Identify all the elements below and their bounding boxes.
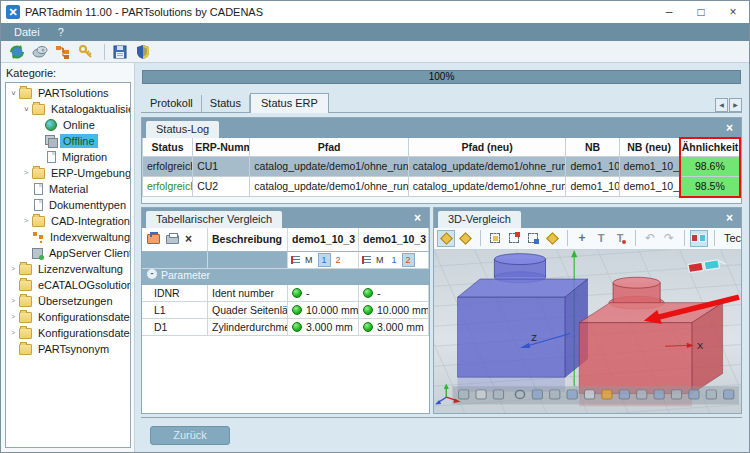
redo-icon[interactable]: ↷ bbox=[660, 230, 678, 247]
tree-item-cad-integration[interactable]: > CAD-Integration bbox=[6, 213, 130, 229]
cell-nb: demo1_10_3 bbox=[566, 156, 619, 176]
export-icon[interactable] bbox=[147, 234, 160, 244]
minimize-button[interactable]: – bbox=[653, 2, 685, 22]
model-a-toggle-icon[interactable] bbox=[437, 230, 455, 247]
tree-item-offline[interactable]: > Offline bbox=[6, 133, 130, 149]
table-compare-tab[interactable]: Tabellarischer Vergleich bbox=[146, 211, 282, 228]
tab-status-erp[interactable]: Status ERP bbox=[250, 93, 329, 113]
tree-item-konfigurationsdateien-v2[interactable]: > Konfigurationsdateien (V2 bbox=[6, 325, 130, 341]
view-controls-a: M 1 2 bbox=[288, 252, 359, 269]
tree-item-dokumenttypen[interactable]: > Dokumenttypen bbox=[6, 197, 130, 213]
status-log-close-icon[interactable]: × bbox=[726, 121, 741, 138]
pin-marked-icon[interactable]: T bbox=[611, 230, 629, 247]
folder-icon bbox=[19, 296, 32, 307]
expand-arrow-icon[interactable]: > bbox=[21, 168, 31, 178]
col-nb[interactable]: NB bbox=[566, 138, 619, 156]
mode-m-button[interactable]: M bbox=[302, 254, 316, 266]
viewport-toolbar[interactable] bbox=[452, 386, 739, 404]
maximize-button[interactable]: □ bbox=[685, 2, 717, 22]
index-management-icon[interactable] bbox=[53, 43, 73, 61]
list-view-icon[interactable] bbox=[291, 256, 300, 264]
license-key-icon[interactable] bbox=[76, 43, 96, 61]
expand-arrow-icon[interactable]: > bbox=[8, 88, 18, 98]
tree-item-appserver-client[interactable]: > AppServer Client bbox=[6, 245, 130, 261]
tree-item-ecatalogsolutions[interactable]: > eCATALOGsolutions bbox=[6, 277, 130, 293]
viewport-canvas[interactable]: Z X bbox=[434, 250, 741, 414]
tree-item-erp-umgebung[interactable]: > ERP-Umgebung bbox=[6, 165, 130, 181]
select-added-icon[interactable] bbox=[505, 230, 523, 247]
highlight-icon[interactable] bbox=[543, 230, 561, 247]
offline-update-icon[interactable] bbox=[30, 43, 50, 61]
anaglyph-3d-icon[interactable] bbox=[690, 230, 708, 247]
col-aehnlichkeit[interactable]: Ähnlichkeit bbox=[679, 138, 740, 156]
undo-icon[interactable]: ↶ bbox=[641, 230, 659, 247]
status-log-tab[interactable]: Status-Log bbox=[146, 121, 219, 138]
print-icon[interactable] bbox=[166, 235, 179, 244]
viewer3d-tab[interactable]: 3D-Vergleich bbox=[438, 211, 521, 228]
col-beschreibung[interactable]: Beschreibung bbox=[208, 228, 288, 252]
tree-item-migration[interactable]: > Migration bbox=[6, 149, 130, 165]
save-icon[interactable] bbox=[110, 43, 130, 61]
tab-scroll-right-icon[interactable]: ▶ bbox=[729, 98, 742, 112]
security-shield-icon[interactable] bbox=[133, 43, 153, 61]
tree-item-katalogaktualisierung[interactable]: > Katalogaktualisierung bbox=[6, 101, 130, 117]
expand-arrow-icon[interactable]: > bbox=[8, 312, 18, 322]
col-pfad-neu[interactable]: Pfad (neu) bbox=[408, 138, 566, 156]
category-tree: > PARTsolutions > Katalogaktualisierung … bbox=[5, 82, 131, 448]
col-nb-neu[interactable]: NB (neu) bbox=[619, 138, 679, 156]
tree-item-partsynonym[interactable]: > PARTsynonym bbox=[6, 341, 130, 357]
col-erp-nummer[interactable]: ERP-Nummer bbox=[193, 138, 250, 156]
expand-arrow-icon[interactable]: > bbox=[8, 296, 18, 306]
tree-item-konfigurationsdateien[interactable]: > Konfigurationsdateien bbox=[6, 309, 130, 325]
menu-datei[interactable]: Datei bbox=[5, 25, 49, 39]
table-compare-close-icon[interactable]: × bbox=[414, 211, 429, 228]
view-1-button[interactable]: 1 bbox=[389, 254, 400, 266]
tree-item-uebersetzungen[interactable]: > Übersetzungen bbox=[6, 293, 130, 309]
tree-item-partsolutions[interactable]: > PARTsolutions bbox=[6, 85, 130, 101]
tree-item-material[interactable]: > Material bbox=[6, 181, 130, 197]
back-button[interactable]: Zurück bbox=[150, 426, 230, 445]
tree-item-lizenzverwaltung[interactable]: > Lizenzverwaltung bbox=[6, 261, 130, 277]
mode-m-button[interactable]: M bbox=[373, 254, 387, 266]
view-2-button[interactable]: 2 bbox=[402, 253, 415, 267]
tec-label[interactable]: Tec bbox=[724, 232, 741, 244]
param-row-d1[interactable]: D1 Zylinderdurchmesser 3.000 mm 3.000 mm bbox=[142, 319, 429, 336]
tab-protokoll[interactable]: Protokoll bbox=[142, 95, 202, 112]
expand-arrow-icon[interactable]: > bbox=[8, 328, 18, 338]
toolbar-separator bbox=[480, 230, 481, 246]
tree-item-label: AppServer Client bbox=[46, 246, 130, 260]
close-button[interactable]: × bbox=[717, 2, 749, 22]
remove-icon[interactable]: × bbox=[185, 232, 192, 246]
expand-arrow-icon[interactable]: > bbox=[21, 216, 31, 226]
view-1-button[interactable]: 1 bbox=[318, 253, 331, 267]
table-compare-body: × Beschreibung demo1_10_3 demo1_10_3 bbox=[142, 228, 429, 414]
col-version-b[interactable]: demo1_10_3 bbox=[359, 228, 429, 252]
model-b-toggle-icon[interactable] bbox=[456, 230, 474, 247]
expand-arrow-icon[interactable]: > bbox=[21, 104, 31, 114]
pin-icon[interactable]: T bbox=[592, 230, 610, 247]
viewer3d-close-icon[interactable]: × bbox=[726, 211, 741, 228]
list-view-icon[interactable] bbox=[362, 256, 371, 264]
collapse-group-icon[interactable]: - bbox=[147, 269, 157, 279]
table-row[interactable]: erfolgreich CU1 catalog_update/demo1/ohn… bbox=[143, 156, 741, 176]
col-pfad[interactable]: Pfad bbox=[250, 138, 409, 156]
tab-scroll-left-icon[interactable]: ◀ bbox=[715, 98, 728, 112]
expand-arrow-icon[interactable]: > bbox=[8, 264, 18, 274]
view-controls-b: M 1 2 bbox=[359, 252, 429, 269]
update-catalog-icon[interactable] bbox=[7, 43, 27, 61]
center-view-icon[interactable]: + bbox=[573, 230, 591, 247]
select-all-icon[interactable] bbox=[486, 230, 504, 247]
tree-item-indexverwaltung[interactable]: > Indexverwaltung bbox=[6, 229, 130, 245]
col-status[interactable]: Status bbox=[143, 138, 193, 156]
col-version-a[interactable]: demo1_10_3 bbox=[288, 228, 359, 252]
tree-item-online[interactable]: > Online bbox=[6, 117, 130, 133]
table-row[interactable]: erfolgreich CU2 catalog_update/demo1/ohn… bbox=[143, 176, 741, 196]
parameter-group-row[interactable]: - Parameter bbox=[142, 269, 429, 285]
param-row-idnr[interactable]: IDNR Ident number - - bbox=[142, 285, 429, 302]
select-removed-icon[interactable] bbox=[524, 230, 542, 247]
viewer3d-viewport[interactable]: Z X bbox=[434, 250, 741, 414]
menu-help[interactable]: ? bbox=[49, 25, 73, 39]
param-row-l1[interactable]: L1 Quader Seitenlänge 10.000 mm 10.000 m… bbox=[142, 302, 429, 319]
view-2-button[interactable]: 2 bbox=[333, 254, 344, 266]
tab-status[interactable]: Status bbox=[202, 95, 250, 112]
